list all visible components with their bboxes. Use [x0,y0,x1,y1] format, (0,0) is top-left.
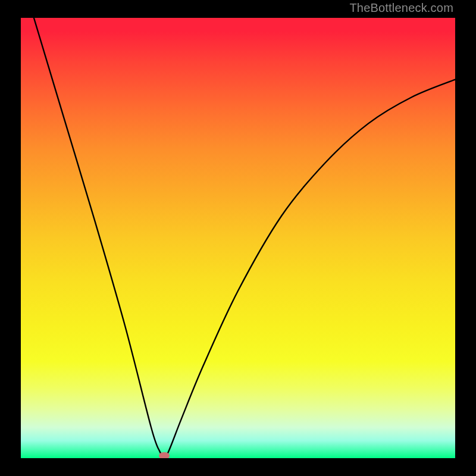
minimum-marker-icon [159,452,170,458]
bottleneck-curve [21,18,455,458]
watermark-text: TheBottleneck.com [349,1,453,15]
plot-area [21,18,455,458]
chart-frame: TheBottleneck.com [0,0,476,476]
